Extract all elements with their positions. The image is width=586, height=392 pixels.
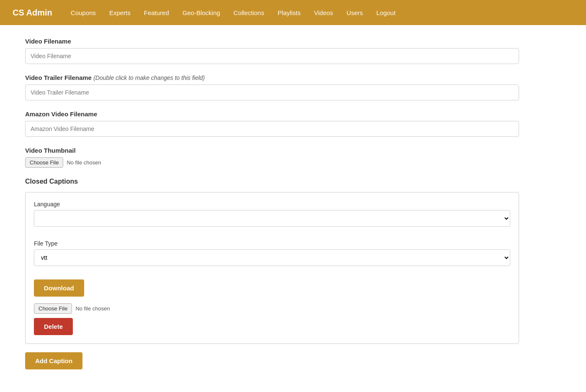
nav-coupons[interactable]: Coupons bbox=[65, 6, 102, 20]
caption-file-wrapper: Choose File No file chosen bbox=[34, 303, 510, 314]
nav-collections[interactable]: Collections bbox=[228, 6, 270, 20]
captions-box: Language File Type vtt Download Choose F… bbox=[25, 192, 519, 344]
language-select[interactable] bbox=[34, 210, 510, 227]
nav-geo-blocking[interactable]: Geo-Blocking bbox=[177, 6, 226, 20]
language-group: Language bbox=[34, 201, 510, 233]
video-thumbnail-label: Video Thumbnail bbox=[25, 147, 519, 154]
download-button[interactable]: Download bbox=[34, 279, 84, 297]
nav-logout[interactable]: Logout bbox=[370, 6, 401, 20]
closed-captions-section: Closed Captions Language File Type vtt D… bbox=[25, 178, 519, 369]
delete-button[interactable]: Delete bbox=[34, 318, 73, 335]
nav-featured[interactable]: Featured bbox=[138, 6, 175, 20]
navbar: CS Admin Coupons Experts Featured Geo-Bl… bbox=[0, 0, 586, 25]
caption-choose-file-button[interactable]: Choose File bbox=[34, 303, 72, 314]
file-type-select[interactable]: vtt bbox=[34, 249, 510, 266]
thumbnail-no-file-text: No file chosen bbox=[67, 159, 101, 166]
video-thumbnail-group: Video Thumbnail Choose File No file chos… bbox=[25, 147, 519, 168]
nav-videos[interactable]: Videos bbox=[308, 6, 339, 20]
video-filename-label: Video Filename bbox=[25, 38, 519, 45]
language-label: Language bbox=[34, 201, 510, 208]
thumbnail-choose-file-button[interactable]: Choose File bbox=[25, 157, 63, 168]
thumbnail-file-wrapper: Choose File No file chosen bbox=[25, 157, 519, 168]
navbar-nav: Coupons Experts Featured Geo-Blocking Co… bbox=[65, 6, 401, 20]
video-trailer-input[interactable] bbox=[25, 85, 519, 100]
amazon-video-group: Amazon Video Filename bbox=[25, 110, 519, 137]
video-trailer-note: (Double click to make changes to this fi… bbox=[93, 74, 205, 81]
nav-users[interactable]: Users bbox=[341, 6, 369, 20]
closed-captions-title: Closed Captions bbox=[25, 178, 519, 185]
video-trailer-label: Video Trailer Filename (Double click to … bbox=[25, 74, 519, 81]
main-content: Video Filename Video Trailer Filename (D… bbox=[0, 25, 544, 392]
nav-experts[interactable]: Experts bbox=[103, 6, 136, 20]
video-trailer-group: Video Trailer Filename (Double click to … bbox=[25, 74, 519, 100]
amazon-video-label: Amazon Video Filename bbox=[25, 110, 519, 118]
video-filename-group: Video Filename bbox=[25, 38, 519, 64]
caption-no-file-text: No file chosen bbox=[75, 305, 110, 312]
add-caption-button[interactable]: Add Caption bbox=[25, 352, 82, 369]
file-type-group: File Type vtt bbox=[34, 240, 510, 273]
nav-playlists[interactable]: Playlists bbox=[272, 6, 306, 20]
navbar-brand[interactable]: CS Admin bbox=[13, 8, 52, 18]
amazon-video-input[interactable] bbox=[25, 121, 519, 137]
file-type-label: File Type bbox=[34, 240, 510, 247]
video-filename-input[interactable] bbox=[25, 48, 519, 64]
